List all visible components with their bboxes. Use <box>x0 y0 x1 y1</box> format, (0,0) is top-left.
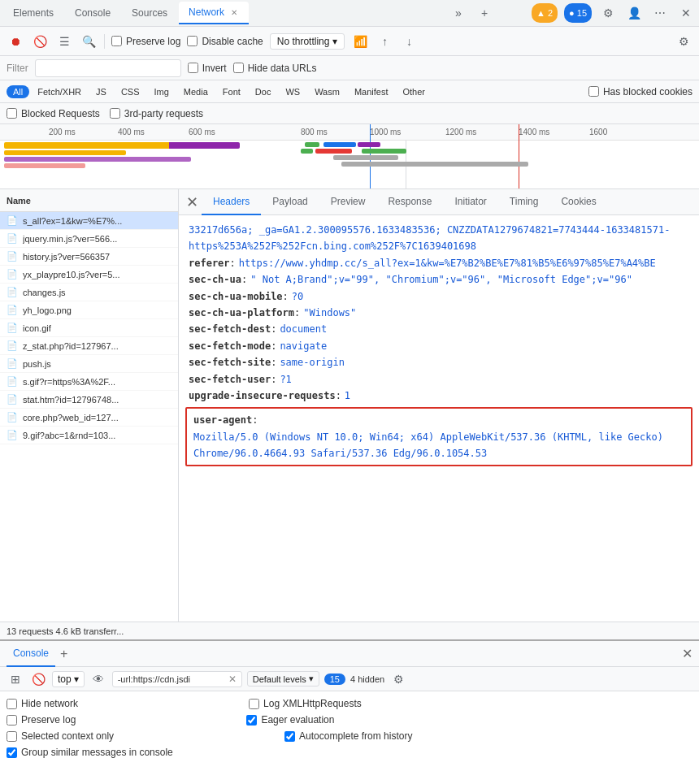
console-selected-context-checkbox[interactable]: Selected context only <box>7 730 114 742</box>
eager-eval-input[interactable] <box>246 715 257 726</box>
clear-button[interactable]: 🚫 <box>31 32 49 50</box>
timeline-rbar-6 <box>362 149 406 154</box>
settings-icon[interactable]: ⚙ <box>598 3 618 23</box>
console-hide-network-checkbox[interactable]: Hide network <box>7 698 78 709</box>
type-fetch-xhr[interactable]: Fetch/XHR <box>31 85 88 98</box>
search-button[interactable]: 🔍 <box>80 32 98 50</box>
type-js[interactable]: JS <box>89 85 113 98</box>
console-tab[interactable]: Console <box>7 641 55 667</box>
file-item-7[interactable]: 📄 z_stat.php?id=127967... <box>0 337 178 355</box>
file-item-11[interactable]: 📄 core.php?web_id=127... <box>0 409 178 427</box>
file-item-1[interactable]: 📄 jquery.min.js?ver=566... <box>0 230 178 248</box>
console-level-select[interactable]: Default levels ▾ <box>247 671 319 687</box>
console-log-xmlhttp-checkbox[interactable]: Log XMLHttpRequests <box>249 698 362 709</box>
type-other[interactable]: Other <box>396 85 432 98</box>
console-group-similar-checkbox[interactable]: Group similar messages in console <box>7 747 173 758</box>
error-badge[interactable]: ● 15 <box>564 3 592 23</box>
disable-cache-checkbox[interactable]: Disable cache <box>187 36 263 47</box>
devtools-close-icon[interactable]: ✕ <box>676 3 696 23</box>
detail-panel-close[interactable]: ✕ <box>182 193 202 212</box>
type-css[interactable]: CSS <box>115 85 146 98</box>
has-blocked-cookies-checkbox[interactable]: Has blocked cookies <box>588 86 692 97</box>
file-item-2[interactable]: 📄 history.js?ver=566357 <box>0 248 178 266</box>
console-create-live-expression[interactable]: ⊞ <box>7 670 24 688</box>
detail-tab-headers[interactable]: Headers <box>202 189 261 215</box>
tab-network[interactable]: Network ✕ <box>179 2 249 24</box>
file-item-3[interactable]: 📄 yx_playpre10.js?ver=5... <box>0 266 178 284</box>
type-manifest[interactable]: Manifest <box>348 85 395 98</box>
autocomplete-input[interactable] <box>284 731 295 742</box>
console-close-btn[interactable]: ✕ <box>682 646 692 661</box>
tab-console[interactable]: Console <box>65 2 120 24</box>
record-button[interactable]: ⏺ <box>7 32 24 50</box>
more-icon[interactable]: ⋯ <box>650 3 670 23</box>
invert-input[interactable] <box>188 63 198 73</box>
throttle-select[interactable]: No throttling ▾ <box>270 33 345 50</box>
file-item-5[interactable]: 📄 yh_logo.png <box>0 301 178 319</box>
detail-tab-timing[interactable]: Timing <box>498 189 550 215</box>
network-settings-icon[interactable]: ⚙ <box>675 32 692 50</box>
detail-tab-response[interactable]: Response <box>376 189 443 215</box>
disable-cache-input[interactable] <box>187 36 198 46</box>
console-preserve-log-checkbox[interactable]: Preserve log <box>7 714 76 726</box>
log-xmlhttp-input[interactable] <box>249 699 259 709</box>
hide-data-urls-input[interactable] <box>233 63 244 73</box>
overflow-icon[interactable]: » <box>449 3 468 23</box>
preserve-log-input[interactable] <box>111 36 122 46</box>
group-similar-input[interactable] <box>7 747 17 758</box>
warning-badge[interactable]: ▲ 2 <box>532 3 558 23</box>
type-all[interactable]: All <box>7 85 29 98</box>
type-doc[interactable]: Doc <box>249 85 278 98</box>
tab-sources[interactable]: Sources <box>122 2 177 24</box>
console-error-badge[interactable]: 15 <box>324 674 345 685</box>
filter-input[interactable] <box>41 63 176 73</box>
hide-network-input[interactable] <box>7 699 17 709</box>
filter-toggle-button[interactable]: ☰ <box>55 32 73 50</box>
timeline-bar-4 <box>4 163 85 168</box>
console-eager-eval-checkbox[interactable]: Eager evaluation <box>246 714 334 726</box>
console-context-select[interactable]: top ▾ <box>52 671 85 687</box>
file-item-12[interactable]: 📄 9.gif?abc=1&rnd=103... <box>0 427 178 444</box>
console-settings-icon[interactable]: ⚙ <box>389 670 407 688</box>
console-add-tab[interactable]: + <box>60 647 67 661</box>
account-icon[interactable]: 👤 <box>624 3 644 23</box>
type-img[interactable]: Img <box>148 85 176 98</box>
detail-tab-payload[interactable]: Payload <box>261 189 319 215</box>
third-party-checkbox[interactable]: 3rd-party requests <box>110 108 203 119</box>
detail-tab-initiator[interactable]: Initiator <box>443 189 497 215</box>
invert-checkbox[interactable]: Invert <box>188 63 227 74</box>
file-item-10[interactable]: 📄 stat.htm?id=12796748... <box>0 391 178 409</box>
type-font[interactable]: Font <box>216 85 247 98</box>
tab-elements[interactable]: Elements <box>3 2 63 24</box>
file-item-9[interactable]: 📄 s.gif?r=https%3A%2F... <box>0 373 178 391</box>
file-item-4[interactable]: 📄 changes.js <box>0 284 178 301</box>
detail-tab-preview[interactable]: Preview <box>319 189 377 215</box>
file-item-6[interactable]: 📄 icon.gif <box>0 319 178 337</box>
wifi-icon[interactable]: 📶 <box>351 32 369 50</box>
file-item-0[interactable]: 📄 s_all?ex=1&kw=%E7%... <box>0 212 178 230</box>
file-name-3: yx_playpre10.js?ver=5... <box>23 270 171 279</box>
selected-context-input[interactable] <box>7 731 17 742</box>
upload-icon[interactable]: ↑ <box>376 32 393 50</box>
type-ws[interactable]: WS <box>279 85 306 98</box>
console-eye-icon[interactable]: 👁 <box>89 670 107 688</box>
hide-data-urls-checkbox[interactable]: Hide data URLs <box>233 63 317 74</box>
has-blocked-cookies-input[interactable] <box>588 86 599 97</box>
console-clear-btn[interactable]: 🚫 <box>29 670 47 688</box>
file-item-8[interactable]: 📄 push.js <box>0 355 178 373</box>
new-tab-icon[interactable]: + <box>475 3 494 23</box>
download-icon[interactable]: ↓ <box>400 32 418 50</box>
tab-network-close[interactable]: ✕ <box>229 6 239 19</box>
blocked-requests-input[interactable] <box>7 108 17 119</box>
third-party-input[interactable] <box>110 108 120 119</box>
type-wasm[interactable]: Wasm <box>308 85 346 98</box>
detail-content: 33217d656a; _ga=GA1.2.300095576.16334835… <box>179 215 699 622</box>
console-preserve-log-input[interactable] <box>7 715 17 726</box>
preserve-log-checkbox[interactable]: Preserve log <box>111 36 180 47</box>
console-filter-clear[interactable]: ✕ <box>228 674 237 685</box>
console-autocomplete-checkbox[interactable]: Autocomplete from history <box>284 730 412 742</box>
detail-tab-cookies[interactable]: Cookies <box>549 189 607 215</box>
console-filter-input-area[interactable]: -url:https://cdn.jsdi ✕ <box>112 671 242 687</box>
type-media[interactable]: Media <box>177 85 215 98</box>
blocked-requests-checkbox[interactable]: Blocked Requests <box>7 108 100 119</box>
